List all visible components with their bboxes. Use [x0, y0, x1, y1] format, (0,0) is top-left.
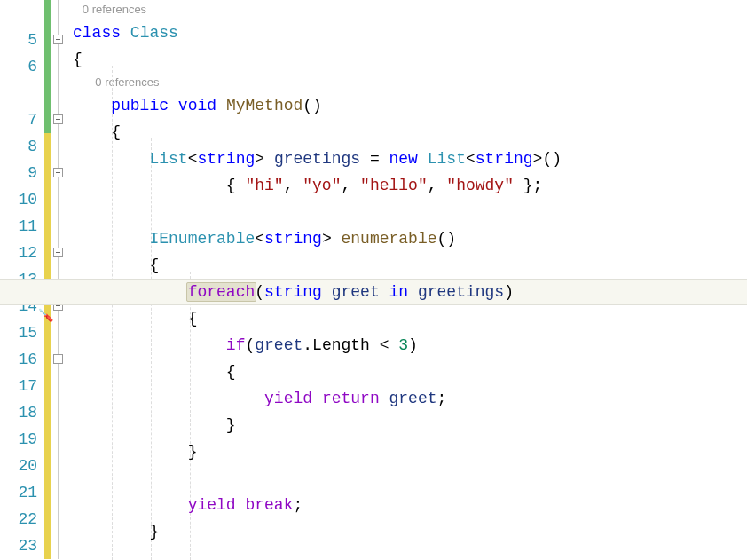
line-number: 19: [0, 426, 37, 453]
code-line[interactable]: [73, 199, 747, 225]
line-number: 6: [0, 53, 37, 80]
code-line[interactable]: [73, 465, 747, 492]
code-line[interactable]: class Class: [73, 20, 747, 46]
fold-toggle[interactable]: [53, 114, 63, 124]
code-editor[interactable]: 5 6 7 8 9 10 11 12 13 14 15 16 17 18 19 …: [0, 0, 747, 560]
line-number: 20: [0, 453, 37, 479]
code-line[interactable]: yield break;: [73, 492, 747, 518]
line-number: 15: [0, 319, 37, 346]
line-number: 12: [0, 240, 37, 266]
line-number: 17: [0, 373, 37, 399]
code-line[interactable]: }: [73, 438, 747, 465]
line-number: 21: [0, 479, 37, 506]
code-line[interactable]: yield return greet;: [73, 385, 747, 412]
line-number: 18: [0, 399, 37, 426]
fold-toggle[interactable]: [53, 168, 63, 177]
code-line[interactable]: {: [73, 252, 747, 279]
code-line[interactable]: {: [73, 359, 747, 385]
line-number: 10: [0, 186, 37, 213]
code-line[interactable]: {: [73, 46, 747, 73]
line-number: 9: [0, 160, 37, 186]
fold-toggle[interactable]: [53, 248, 63, 257]
fold-toggle[interactable]: [53, 354, 63, 364]
fold-toggle[interactable]: [53, 35, 63, 44]
line-number: 11: [0, 213, 37, 240]
code-line[interactable]: {: [73, 119, 747, 146]
line-number: 22: [0, 506, 37, 532]
line-number: 5: [0, 27, 37, 53]
codelens-references[interactable]: 0 references: [73, 0, 747, 20]
code-line-active[interactable]: foreach(string greet in greetings): [73, 279, 747, 305]
code-line[interactable]: { "hi", "yo", "hello", "howdy" };: [73, 172, 747, 199]
codelens-references[interactable]: 0 references: [73, 73, 747, 92]
line-number: 16: [0, 346, 37, 373]
code-area[interactable]: 0 references class Class { 0 references …: [69, 0, 747, 560]
quick-action-icon[interactable]: 🪛: [38, 308, 53, 323]
code-line[interactable]: public void MyMethod(): [73, 92, 747, 119]
code-line[interactable]: {: [73, 305, 747, 332]
code-line[interactable]: List<string> greetings = new List<string…: [73, 146, 747, 172]
code-line[interactable]: IEnumerable<string> enumerable(): [73, 225, 747, 252]
line-number: 23: [0, 532, 37, 559]
code-line[interactable]: if(greet.Length < 3): [73, 332, 747, 359]
line-number: 7: [0, 106, 37, 133]
code-line[interactable]: }: [73, 412, 747, 438]
code-line[interactable]: }: [73, 518, 747, 545]
line-number: 8: [0, 133, 37, 160]
